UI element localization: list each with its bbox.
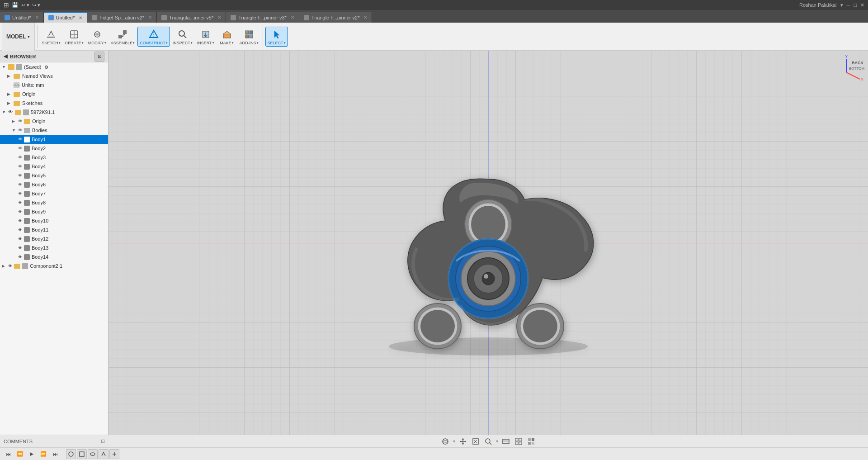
tree-sketches[interactable]: ▶ Sketches	[0, 99, 108, 108]
tab-close-untitled2[interactable]: ✕	[79, 15, 82, 20]
orbit-btn[interactable]	[440, 436, 450, 446]
comments-toggle[interactable]: ⊡	[101, 438, 105, 444]
body8-eye-icon: 👁	[18, 200, 22, 205]
view-cube[interactable]: X Y BACK BOTTOM	[828, 54, 864, 90]
save-icon[interactable]: 💾	[12, 2, 19, 8]
maximize-btn[interactable]: □	[854, 2, 857, 8]
body9-eye-icon: 👁	[18, 209, 22, 214]
tree-body8[interactable]: 👁 Body8	[0, 198, 108, 207]
close-btn[interactable]: ✕	[860, 2, 864, 8]
tree-body14[interactable]: 👁 Body14	[0, 252, 108, 261]
tab-triangula[interactable]: Triangula...inner v5* ✕	[157, 12, 226, 23]
user-dropdown-icon[interactable]: ▾	[840, 2, 843, 8]
timeline-tool-5[interactable]	[109, 449, 119, 459]
named-views-folder-icon	[14, 74, 20, 79]
tab-close-fidget[interactable]: ✕	[148, 15, 152, 20]
tree-body12[interactable]: 👁 Body12	[0, 234, 108, 243]
body13-eye-icon: 👁	[18, 246, 22, 250]
bodies-eye-icon: 👁	[18, 128, 22, 133]
tree-body1[interactable]: 👁 Body1	[0, 135, 108, 144]
tree-body11[interactable]: 👁 Body11	[0, 225, 108, 234]
tree-body2[interactable]: 👁 Body2	[0, 144, 108, 153]
origin2-eye-icon: 👁	[18, 119, 22, 123]
tab-untitled2[interactable]: Untitled* ✕	[44, 12, 88, 23]
tab-trianglef2[interactable]: Triangle F...pinner v2* ✕	[299, 12, 373, 23]
tree-body9[interactable]: 👁 Body9	[0, 207, 108, 216]
model-label: MODEL	[6, 33, 26, 40]
tab-fidget[interactable]: Fidget Sp...ation v2* ✕	[87, 12, 157, 23]
pan-btn[interactable]	[458, 436, 468, 446]
bodies-label: Bodies	[32, 128, 47, 133]
tab-untitled1[interactable]: Untitled* ✕	[0, 12, 44, 23]
tree-component-5972[interactable]: ▼ 👁 5972K91.1	[0, 108, 108, 117]
tree-body7[interactable]: 👁 Body7	[0, 189, 108, 198]
timeline-tool-1[interactable]	[66, 449, 76, 459]
tab-close-trianglef2[interactable]: ✕	[363, 15, 367, 20]
tree-body3[interactable]: 👁 Body3	[0, 153, 108, 162]
timeline-bar: ⏮ ⏪ ▶ ⏩ ⏭	[0, 447, 868, 460]
minimize-btn[interactable]: ─	[847, 2, 850, 8]
tree-bodies[interactable]: ▼ 👁 Bodies	[0, 126, 108, 135]
redo-btn[interactable]: ↪ ▾	[32, 2, 40, 8]
grid-settings-btn[interactable]	[514, 436, 524, 446]
root-label: (Saved)	[24, 64, 42, 70]
toolbar-assemble[interactable]: ASSEMBLE ▾	[109, 27, 137, 46]
sidebar-collapse-arrow[interactable]: ◀	[4, 53, 7, 59]
timeline-rewind-btn[interactable]: ⏮	[4, 450, 13, 459]
root-gear-icon[interactable]: ⚙	[44, 65, 48, 70]
model-button[interactable]: MODEL ▾	[2, 23, 35, 51]
toolbar-insert[interactable]: INSERT ▾	[195, 27, 216, 46]
timeline-tool-3[interactable]	[88, 449, 98, 459]
toolbar-modify[interactable]: MODIFY ▾	[86, 27, 108, 46]
user-name[interactable]: Roshan Palakkal	[799, 2, 837, 8]
body1-eye-icon: 👁	[18, 137, 22, 142]
toolbar-make[interactable]: MAKE ▾	[217, 27, 237, 46]
visual-style-btn[interactable]	[526, 436, 536, 446]
timeline-end-btn[interactable]: ⏭	[51, 450, 60, 459]
tree-body13[interactable]: 👁 Body13	[0, 243, 108, 252]
tree-body5[interactable]: 👁 Body5	[0, 171, 108, 180]
svg-text:BACK: BACK	[852, 61, 863, 65]
timeline-prev-btn[interactable]: ⏪	[15, 450, 24, 459]
tree-component2[interactable]: ▶ 👁 Component2:1	[0, 261, 108, 270]
tree-body6[interactable]: 👁 Body6	[0, 180, 108, 189]
toolbar-create[interactable]: CREATE ▾	[63, 27, 85, 46]
toolbar-addins[interactable]: ADD-INS ▾	[238, 27, 260, 46]
timeline-next-btn[interactable]: ⏩	[39, 450, 48, 459]
svg-rect-49	[532, 438, 534, 441]
tab-close-untitled1[interactable]: ✕	[35, 15, 39, 20]
sketch-label: SKETCH ▾	[42, 41, 61, 45]
undo-btn[interactable]: ↩ ▾	[21, 2, 29, 8]
tree-named-views[interactable]: ▶ Named Views	[0, 71, 108, 81]
zoom-window-btn[interactable]	[483, 436, 493, 446]
tree-body10[interactable]: 👁 Body10	[0, 216, 108, 225]
timeline-tool-4[interactable]	[99, 449, 108, 459]
toolbar-inspect[interactable]: INSPECT ▾	[171, 27, 194, 46]
timeline-tool-2[interactable]	[77, 449, 87, 459]
tab-close-trianglef1[interactable]: ✕	[291, 15, 294, 20]
sketches-expand: ▶	[7, 101, 13, 105]
svg-rect-48	[528, 438, 531, 441]
timeline-tools	[66, 449, 119, 459]
svg-point-5	[179, 31, 184, 36]
tab-trianglef1[interactable]: Triangle F...pinner v3* ✕	[226, 12, 299, 23]
toolbar-construct[interactable]: CONSTRUCT ▾	[137, 27, 170, 47]
tree-origin[interactable]: ▶ Origin	[0, 90, 108, 99]
tree-origin2[interactable]: ▶ 👁 Origin	[0, 117, 108, 126]
toolbar-select[interactable]: SELECT ▾	[265, 27, 288, 47]
app-grid-icon[interactable]: ⊞	[4, 1, 9, 9]
tree-root[interactable]: ▼ (Saved) ⚙	[0, 62, 108, 71]
body3-eye-icon: 👁	[18, 155, 22, 160]
toolbar-sep-0	[37, 25, 38, 48]
timeline-play-btn[interactable]: ▶	[27, 450, 36, 459]
viewport[interactable]: X Y BACK BOTTOM	[108, 51, 868, 435]
svg-point-52	[69, 452, 73, 456]
sidebar-toggle-btn[interactable]: ⊡	[94, 52, 104, 62]
component2-expand: ▶	[2, 264, 7, 268]
zoom-fit-btn[interactable]	[471, 436, 481, 446]
tab-close-triangula[interactable]: ✕	[217, 15, 221, 20]
tree-body4[interactable]: 👁 Body4	[0, 162, 108, 171]
display-settings-btn[interactable]	[501, 436, 511, 446]
assemble-icon	[116, 28, 129, 41]
toolbar-sketch[interactable]: SKETCH ▾	[40, 27, 62, 46]
